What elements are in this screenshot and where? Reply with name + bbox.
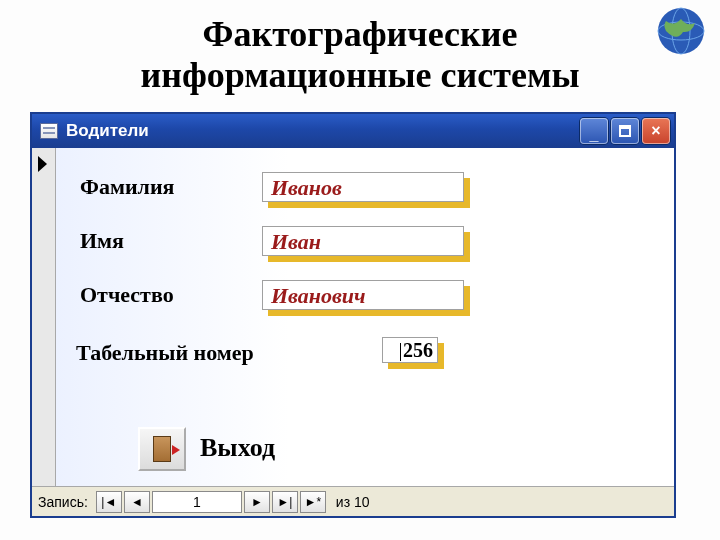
window-title: Водители [66,121,580,141]
patronymic-field[interactable]: Иванович [262,280,464,310]
nav-current-input[interactable]: 1 [152,491,242,513]
nav-prev-button[interactable]: ◄ [124,491,150,513]
exit-button[interactable] [138,427,186,471]
surname-field[interactable]: Иванов [262,172,464,202]
nav-count: из 10 [336,494,370,510]
label-employee-no: Табельный номер [76,340,254,366]
record-navigator: Запись: |◄ ◄ 1 ► ►| ►* из 10 [32,486,674,516]
nav-first-button[interactable]: |◄ [96,491,122,513]
exit-label: Выход [200,433,275,463]
form-icon [40,123,58,139]
nav-next-button[interactable]: ► [244,491,270,513]
slide-title: Фактографические информационные системы [0,0,720,107]
maximize-button[interactable] [611,118,639,144]
name-field[interactable]: Иван [262,226,464,256]
label-patronymic: Отчество [80,282,174,308]
titlebar[interactable]: Водители _ × [32,114,674,148]
label-surname: Фамилия [80,174,174,200]
label-name: Имя [80,228,124,254]
close-button[interactable]: × [642,118,670,144]
door-exit-icon [153,436,171,462]
form-window: Водители _ × Фамилия Иванов Имя Иван Отч… [30,112,676,518]
record-selector[interactable] [32,148,56,486]
globe-icon [656,6,706,56]
nav-new-button[interactable]: ►* [300,491,326,513]
employee-no-field[interactable]: 256 [382,337,438,363]
nav-label: Запись: [38,494,88,510]
text-caret-icon [400,343,401,361]
form-body: Фамилия Иванов Имя Иван Отчество Иванови… [32,148,674,486]
current-record-icon [38,156,47,172]
minimize-button[interactable]: _ [580,118,608,144]
nav-last-button[interactable]: ►| [272,491,298,513]
